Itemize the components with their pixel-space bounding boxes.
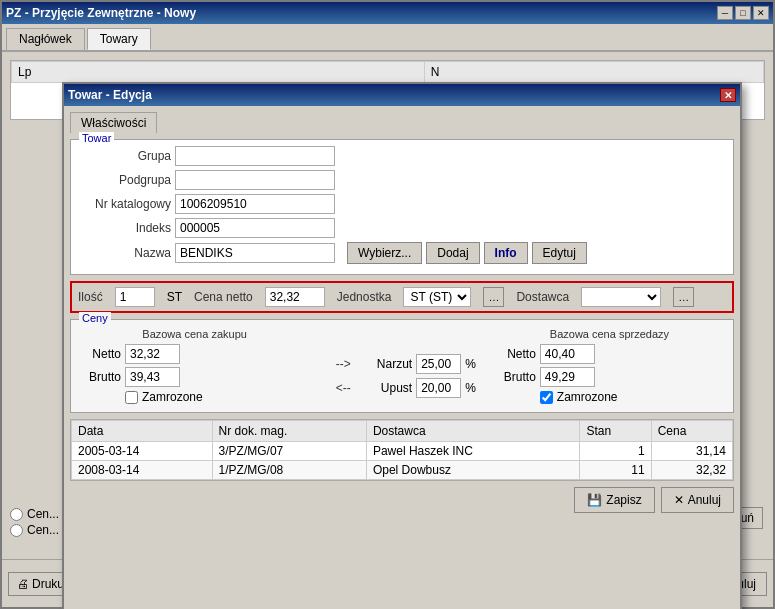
col-nr: N [424,62,763,83]
netto-zakup-row: Netto [81,344,308,364]
ceny-sprzedaz-col: Bazowa cena sprzedazy Netto Brutto [496,328,723,404]
modal-body: Właściwości Towar Grupa Podgrupa Nr kata… [64,106,740,609]
narzut-upust-section: --> Narzut % <-- Upust % [328,328,476,404]
cell-nr-dok-2: 1/PZ/MG/08 [212,461,366,480]
narzut-percent: % [465,357,476,371]
nazwa-label: Nazwa [81,246,171,260]
radio-label-1: Cen... [27,507,59,521]
upust-row: <-- Upust % [328,378,476,398]
radio-group: Cen... Cen... [10,507,59,537]
cell-cena-1: 31,14 [651,442,732,461]
main-tabs: Nagłówek Towary [2,24,773,52]
cell-cena-2: 32,32 [651,461,732,480]
ceny-section: Ceny Bazowa cena zakupu Netto Brutto [70,319,734,413]
netto-sprzedaz-row: Netto [496,344,723,364]
radio-option-2[interactable] [10,524,23,537]
bazowa-sprzedaz-title: Bazowa cena sprzedazy [496,328,723,340]
col-dostawca: Dostawca [366,421,580,442]
table-row: 2005-03-14 3/PZ/MG/07 Pawel Haszek INC 1… [72,442,733,461]
col-lp: Lp [12,62,425,83]
netto-sprzedaz-input[interactable] [540,344,595,364]
narzut-row: --> Narzut % [328,354,476,374]
subgroup-row: Podgrupa [81,170,723,190]
anuluj-button[interactable]: ✕ Anuluj [661,487,734,513]
main-title: PZ - Przyjęcie Zewnętrzne - Nowy [6,6,196,20]
brutto-zakup-input[interactable] [125,367,180,387]
bazowa-zakup-title: Bazowa cena zakupu [81,328,308,340]
minimize-button[interactable]: ─ [717,6,733,20]
col-data: Data [72,421,213,442]
dostawca-more-btn[interactable]: … [673,287,694,307]
col-stan: Stan [580,421,651,442]
zapisz-button[interactable]: 💾 Zapisz [574,487,654,513]
dodaj-button[interactable]: Dodaj [426,242,479,264]
zamrozone-sprzedaz-row: Zamrozone [540,390,723,404]
modal-title: Towar - Edycja [68,88,152,102]
tab-naglowek[interactable]: Nagłówek [6,28,85,50]
unit-label: ST [167,290,182,304]
maximize-button[interactable]: □ [735,6,751,20]
netto-zakup-label: Netto [81,347,121,361]
cena-netto-input[interactable] [265,287,325,307]
nazwa-row: Nazwa Wybierz... Dodaj Info Edytuj [81,242,723,264]
indeks-label: Indeks [81,221,171,235]
history-table: Data Nr dok. mag. Dostawca Stan Cena 200… [71,420,733,480]
ceny-section-label: Ceny [79,312,111,324]
zamrozone-zakup-checkbox[interactable] [125,391,138,404]
modal-close-button[interactable]: ✕ [720,88,736,102]
towar-actions: Wybierz... Dodaj Info Edytuj [347,242,587,264]
zamrozone-zakup-label: Zamrozone [142,390,203,404]
upust-input[interactable] [416,378,461,398]
towar-section-label: Towar [79,132,114,144]
close-button[interactable]: ✕ [753,6,769,20]
brutto-sprzedaz-row: Brutto [496,367,723,387]
nazwa-input[interactable] [175,243,335,263]
col-nr-dok: Nr dok. mag. [212,421,366,442]
main-window: PZ - Przyjęcie Zewnętrzne - Nowy ─ □ ✕ N… [0,0,775,609]
properties-tabs: Właściwości [70,112,734,133]
brutto-sprzedaz-label: Brutto [496,370,536,384]
cell-stan-1: 1 [580,442,651,461]
ilosc-cena-row: Ilość ST Cena netto Jednostka ST (ST) … … [70,281,734,313]
col-cena: Cena [651,421,732,442]
catalog-row: Nr katalogowy [81,194,723,214]
ceny-zakup-col: Bazowa cena zakupu Netto Brutto [81,328,308,404]
indeks-input[interactable] [175,218,335,238]
cell-nr-dok-1: 3/PZ/MG/07 [212,442,366,461]
upust-label: Upust [362,381,412,395]
group-input[interactable] [175,146,335,166]
modal-footer: 💾 Zapisz ✕ Anuluj [70,481,734,513]
zamrozone-sprzedaz-checkbox[interactable] [540,391,553,404]
group-row: Grupa [81,146,723,166]
ilosc-input[interactable] [115,287,155,307]
arrow-left: <-- [328,381,358,395]
edytuj-button[interactable]: Edytuj [532,242,587,264]
radio-row-1: Cen... [10,507,59,521]
jednostka-label: Jednostka [337,290,392,304]
tab-towary[interactable]: Towary [87,28,151,50]
subgroup-input[interactable] [175,170,335,190]
radio-option-1[interactable] [10,508,23,521]
upust-percent: % [465,381,476,395]
titlebar-buttons: ─ □ ✕ [717,6,769,20]
narzut-input[interactable] [416,354,461,374]
jednostka-select[interactable]: ST (ST) [403,287,471,307]
tab-wlasciwosci[interactable]: Właściwości [70,112,157,133]
table-row: 2008-03-14 1/PZ/MG/08 Opel Dowbusz 11 32… [72,461,733,480]
netto-sprzedaz-label: Netto [496,347,536,361]
catalog-label: Nr katalogowy [81,197,171,211]
main-content: Lp N Towar - Edycja ✕ Właściwości Towar [2,52,773,587]
jednostka-more-btn[interactable]: … [483,287,504,307]
towar-section: Towar Grupa Podgrupa Nr katalogowy [70,139,734,275]
catalog-input[interactable] [175,194,335,214]
history-table-container: Data Nr dok. mag. Dostawca Stan Cena 200… [70,419,734,481]
zapisz-label: Zapisz [606,493,641,507]
brutto-sprzedaz-input[interactable] [540,367,595,387]
netto-zakup-input[interactable] [125,344,180,364]
print-icon: 🖨 [17,577,29,591]
brutto-zakup-row: Brutto [81,367,308,387]
dostawca-select[interactable] [581,287,661,307]
group-label: Grupa [81,149,171,163]
info-button[interactable]: Info [484,242,528,264]
wybierz-button[interactable]: Wybierz... [347,242,422,264]
